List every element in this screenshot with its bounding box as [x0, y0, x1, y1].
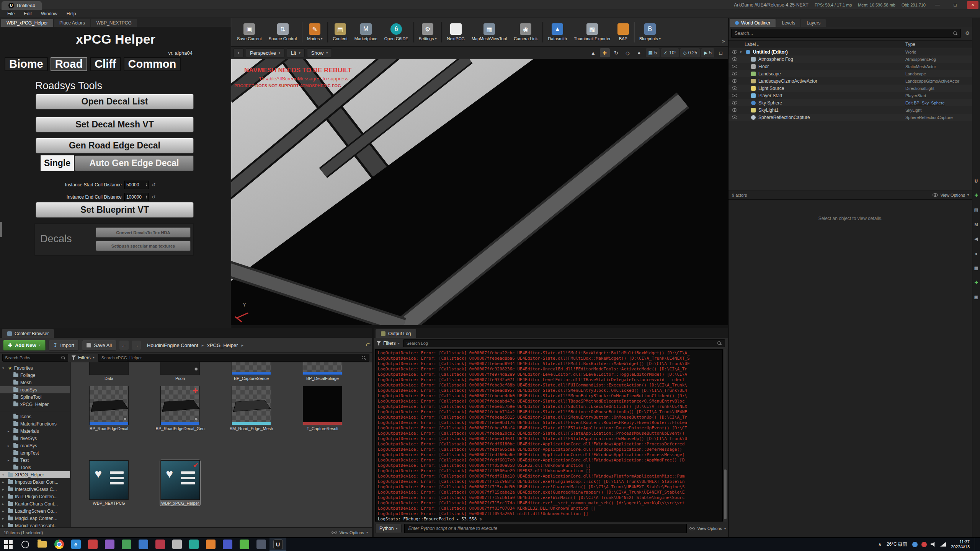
content-button[interactable]: ▤Content — [329, 22, 351, 42]
modes-button[interactable]: ✎Modes▾ — [304, 22, 326, 42]
datasmith-button[interactable]: ▲Datasmith — [544, 22, 570, 42]
eye-visibility-icon[interactable] — [732, 108, 737, 112]
app-dark[interactable] — [253, 538, 270, 551]
lit-dropdown[interactable]: Lit ▾ — [287, 48, 305, 57]
weather-widget[interactable]: 26°C 微雨 — [887, 541, 907, 548]
app-teal[interactable] — [185, 538, 202, 551]
breadcrumb-folder[interactable]: xPCG_Helper — [207, 342, 238, 348]
content-browser-view-options[interactable]: View Options ▾ — [332, 530, 368, 535]
browser-chrome[interactable] — [51, 538, 67, 551]
tree-item-magicleappassabl[interactable]: ▸MagicLeapPassabl... — [0, 522, 70, 527]
expander-icon[interactable]: ▸ — [8, 429, 11, 433]
tab-output-log[interactable]: Output Log — [376, 329, 416, 338]
marketplace-button[interactable]: MMarketplace — [351, 22, 381, 42]
expander-icon[interactable]: ▸ — [2, 480, 6, 484]
tree-item-materialfunctions[interactable]: MaterialFunctions — [0, 420, 70, 427]
browser-edge[interactable]: e — [67, 538, 84, 551]
eye-visibility-icon[interactable] — [732, 72, 737, 75]
eye-visibility-icon[interactable] — [732, 94, 737, 97]
reset-icon[interactable]: ↺ — [152, 182, 155, 187]
app-green[interactable] — [118, 538, 135, 551]
bap-button[interactable]: BAP — [614, 22, 632, 42]
actor-type-link[interactable]: Edit BP_Sky_Sphere — [905, 101, 970, 105]
open-g6ide-button[interactable]: 6Open G6IDE — [381, 22, 412, 42]
eye-visibility-icon[interactable] — [732, 116, 737, 119]
gen-road-edge-decal-button[interactable]: Gen Road Edge Decal — [36, 138, 194, 153]
nextpcg-button[interactable]: NextPCG — [443, 22, 468, 42]
doc-panel-icon[interactable]: ▤ — [973, 207, 979, 213]
outliner-search-input[interactable]: Search... — [731, 29, 961, 38]
grid-panel-icon[interactable]: ▦ — [973, 265, 979, 271]
tab-cliff[interactable]: Cliff — [90, 57, 121, 71]
close-button[interactable]: × — [967, 1, 978, 9]
start-button[interactable] — [0, 538, 17, 551]
breadcrumb-root[interactable]: HoudiniEngine Content — [147, 342, 198, 348]
add-new-button[interactable]: ✚ Add New ▾ — [3, 340, 46, 350]
search-ring[interactable] — [17, 538, 34, 551]
panel-tab-wbp-nextpcg[interactable]: WBP_NEXTPCG — [91, 19, 137, 27]
show-desktop-button[interactable] — [975, 538, 977, 551]
scale-snap-toggle[interactable]: ◇0.25 — [680, 48, 700, 57]
asset-pson[interactable]: Pson — [160, 362, 200, 381]
ue-editor[interactable]: U — [270, 538, 286, 551]
outliner-row[interactable]: Sky SphereEdit BP_Sky_Sphere — [728, 99, 972, 106]
eye-visibility-icon[interactable] — [732, 65, 737, 68]
app-wechat[interactable] — [236, 538, 253, 551]
scale-tool[interactable]: ◇ — [623, 48, 633, 57]
expander-icon[interactable]: ▸ — [8, 458, 11, 462]
expander-icon[interactable]: ▸ — [2, 509, 6, 513]
search-paths-input[interactable]: Search Paths — [2, 354, 68, 362]
expander-icon[interactable]: ▾ — [740, 50, 745, 54]
app-orange[interactable] — [202, 538, 219, 551]
back-panel-icon[interactable]: ◀ — [973, 236, 979, 242]
eye-visibility-icon[interactable] — [732, 50, 737, 54]
rotation-snap-toggle[interactable]: ∠10° — [661, 48, 679, 57]
asset-search-input[interactable]: Search xPCG_Helper — [98, 354, 369, 362]
save-all-button[interactable]: Save All — [82, 340, 116, 350]
tab-layers[interactable]: Layers — [801, 19, 826, 27]
app-indigo[interactable] — [219, 538, 236, 551]
tab-world-outliner[interactable]: World Outliner — [730, 19, 776, 27]
filters-button[interactable]: Filters ▾ — [72, 355, 95, 360]
outliner-row[interactable]: LandscapeLandscape — [728, 70, 972, 77]
tree-item-intlplugin-conten[interactable]: ▸INTLPlugin Conten... — [0, 493, 70, 500]
log-search-input[interactable]: Search Log — [403, 339, 725, 347]
tree-item-icons[interactable]: Icons — [0, 413, 70, 420]
panel-tab-wbp-xpcg-helper[interactable]: WBP_xPCG_Helper — [1, 19, 53, 27]
tab-biome[interactable]: Biome — [5, 57, 48, 71]
set-blueprint-button[interactable]: Set Blueprint VT — [36, 202, 194, 218]
tab-road[interactable]: Road — [51, 57, 88, 71]
eye-visibility-icon[interactable] — [732, 101, 737, 104]
camera-link-button[interactable]: ◉Camera Link — [510, 22, 541, 42]
menu-help[interactable]: Help — [62, 10, 80, 17]
cull-field-input[interactable]: 50000▴▾ — [124, 181, 149, 189]
outliner-row[interactable]: FloorStaticMeshActor — [728, 63, 972, 70]
expander-icon[interactable]: ▸ — [2, 487, 6, 491]
toolbar-overflow-button[interactable]: » — [722, 37, 725, 44]
label-column-header[interactable]: Label ▴ — [745, 42, 759, 47]
outliner-view-options[interactable]: View Options ▾ — [933, 193, 969, 197]
back-button[interactable]: ← — [119, 341, 129, 350]
cull-field-input[interactable]: 100000▴▾ — [124, 193, 149, 201]
expander-icon[interactable]: ▸ — [8, 444, 11, 448]
mapmeshviewtool-button[interactable]: ▦MapMeshViewTool — [468, 22, 510, 42]
expander-icon[interactable]: ▸ — [2, 524, 6, 528]
grid-snap-toggle[interactable]: ▦5 — [646, 48, 660, 57]
outliner-row[interactable]: ▾Untitled (Editor)World — [728, 48, 972, 55]
source-control-button[interactable]: ⇅Source Control — [265, 22, 300, 42]
tree-item-temptest[interactable]: tempTest — [0, 449, 70, 456]
expander-icon[interactable]: ▾ — [2, 473, 6, 477]
outliner-row[interactable]: LandscapeGizmoActiveActorLandscapeGizmoA… — [728, 77, 972, 85]
asset-wbp-xpcg-helper[interactable]: ♥✔WBP_xPCG_Helper — [160, 460, 200, 505]
collapsed-sidebar-handle[interactable] — [0, 222, 2, 237]
viewport-options-dropdown[interactable]: ▾ — [234, 48, 243, 57]
panel-tab-place-actors[interactable]: Place Actors — [54, 19, 90, 27]
tree-item-roadsys[interactable]: roadSys — [0, 386, 70, 393]
tree-item-tools[interactable]: Tools — [0, 464, 70, 471]
coordinate-space-toggle[interactable]: ● — [634, 48, 644, 57]
asset-wbp-nextpcg[interactable]: ♥WBP_NEXTPCG — [89, 460, 129, 505]
show-dropdown[interactable]: Show ▾ — [307, 48, 332, 57]
restore-button[interactable]: □ — [949, 1, 961, 9]
asset-bp-capturesence[interactable]: BP_CaptureSence — [232, 362, 271, 381]
tab-common[interactable]: Common — [124, 57, 181, 71]
